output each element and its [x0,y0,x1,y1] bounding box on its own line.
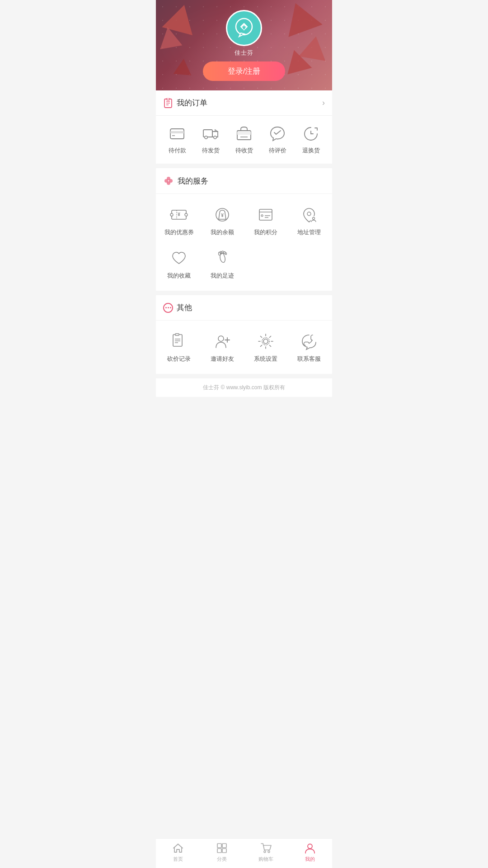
other-icon [163,303,173,313]
orders-header-left: 我的订单 [163,98,207,108]
invite-label: 邀请好友 [211,355,234,363]
svg-rect-28 [259,209,272,220]
address-icon [299,205,319,225]
svg-point-57 [308,844,312,849]
profile-icon [304,842,316,854]
coupons-icon: ¥ [169,205,189,225]
orders-icon [163,98,173,108]
svg-point-12 [205,136,207,139]
svg-text:¥: ¥ [221,213,224,218]
logo-icon [233,17,255,39]
geo-shape-2 [156,25,182,49]
geo-shape-5 [174,58,193,75]
pending-shipment-label: 待发货 [202,146,220,155]
nav-cart-label: 购物车 [258,856,273,863]
service-points[interactable]: 我的积分 [246,201,285,240]
pending-review-label: 待评价 [269,146,286,155]
svg-point-56 [268,851,270,853]
pending-receipt-label: 待收货 [235,146,253,155]
nav-home[interactable]: 首页 [156,842,200,863]
orders-header[interactable]: 我的订单 › [156,90,332,116]
service-favorites[interactable]: 我的收藏 [160,245,198,283]
header-banner: 佳士芬 登录/注册 [156,0,332,90]
orders-title: 我的订单 [177,98,207,108]
nav-cart[interactable]: 购物车 [244,842,288,863]
order-item-pending-shipment[interactable]: 待发货 [202,125,220,155]
price-cut-icon [169,331,189,351]
svg-point-49 [263,339,268,344]
coupons-label: 我的优惠券 [164,228,194,236]
address-label: 地址管理 [297,228,321,236]
svg-point-55 [264,851,266,853]
services-header: 我的服务 [156,168,332,194]
order-item-pending-review[interactable]: 待评价 [268,125,286,155]
avatar-container: 佳士芬 [226,10,262,57]
return-exchange-icon [302,125,320,143]
home-icon [172,842,184,854]
other-price-cut[interactable]: 砍价记录 [160,328,198,367]
svg-rect-15 [237,132,251,135]
svg-rect-54 [222,849,226,853]
svg-rect-51 [217,844,221,848]
svg-point-22 [170,213,173,216]
nav-category[interactable]: 分类 [200,842,244,863]
support-label: 联系客服 [297,355,321,363]
nav-profile[interactable]: 我的 [288,842,333,863]
footprint-icon [212,248,232,268]
balance-icon: ¥ [212,205,232,225]
other-header-left: 其他 [163,302,192,313]
svg-point-23 [185,213,188,216]
services-icon [163,175,174,186]
pending-payment-icon [168,125,186,143]
svg-rect-7 [167,98,169,100]
svg-point-30 [261,215,263,217]
app-name: 佳士芬 [235,49,253,57]
svg-rect-9 [170,131,184,133]
svg-point-20 [164,179,168,183]
pending-review-icon [268,125,286,143]
cart-icon [260,842,272,854]
category-icon [216,842,228,854]
order-item-pending-payment[interactable]: 待付款 [168,125,186,155]
nav-profile-label: 我的 [305,856,315,863]
settings-icon [256,331,276,351]
invite-icon [212,331,232,351]
other-header: 其他 [156,295,332,321]
other-section: 其他 砍价记录 [156,295,332,374]
services-section: 我的服务 ¥ 我的优惠券 [156,168,332,291]
favorites-label: 我的收藏 [167,272,191,280]
footer-copyright: 佳士芬 © www.slyib.com 版权所有 [203,384,285,391]
svg-rect-53 [217,849,221,853]
service-address[interactable]: 地址管理 [290,201,328,240]
price-cut-label: 砍价记录 [167,355,191,363]
points-label: 我的积分 [254,228,277,236]
svg-point-46 [218,336,224,341]
pending-shipment-icon [202,125,220,143]
other-settings[interactable]: 系统设置 [246,328,285,367]
avatar[interactable] [226,10,262,46]
service-balance[interactable]: ¥ 我的余额 [203,201,242,240]
points-icon [256,205,276,225]
login-register-button[interactable]: 登录/注册 [203,61,286,81]
other-support[interactable]: 联系客服 [290,328,328,367]
balance-label: 我的余额 [211,228,234,236]
svg-point-40 [225,253,227,255]
footer: 佳士芬 © www.slyib.com 版权所有 [156,378,332,397]
orders-icons-row: 待付款 待发货 [156,116,332,164]
nav-category-label: 分类 [217,856,227,863]
svg-rect-42 [175,334,179,335]
order-item-return-exchange[interactable]: 退换货 [302,125,320,155]
orders-section: 我的订单 › 待付款 [156,90,332,164]
other-title: 其他 [177,302,192,313]
other-invite[interactable]: 邀请好友 [203,328,242,367]
order-item-pending-receipt[interactable]: 待收货 [235,125,253,155]
favorites-icon [169,248,189,268]
support-icon [299,331,319,351]
svg-rect-8 [170,129,184,139]
service-footprint[interactable]: 我的足迹 [203,245,242,283]
service-coupons[interactable]: ¥ 我的优惠券 [160,201,198,240]
svg-text:¥: ¥ [178,212,180,217]
other-grid: 砍价记录 邀请好友 [156,321,332,374]
bottom-nav: 首页 分类 购物车 我的 [156,838,332,868]
orders-chevron[interactable]: › [322,98,325,108]
